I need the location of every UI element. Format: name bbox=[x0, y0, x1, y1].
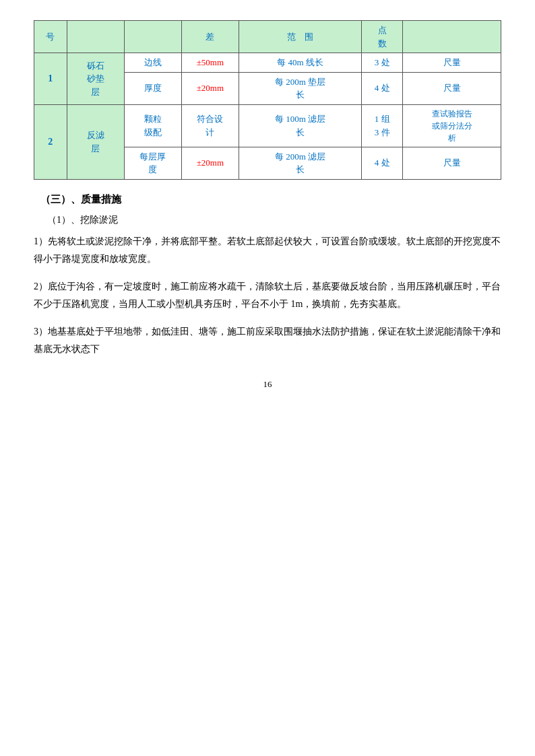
row2-item1-tolerance: 符合设计 bbox=[181, 104, 239, 147]
row2-item1-scope: 每 100m 滤层长 bbox=[239, 104, 361, 147]
row1-item2-scope: 每 200m 垫层长 bbox=[239, 72, 361, 104]
row2-index: 2 bbox=[34, 104, 67, 179]
row2-item2-scope: 每 200m 滤层长 bbox=[239, 147, 361, 179]
paragraph-1: 1）先将软土或淤泥挖除干净，并将底部平整。若软土底部起伏较大，可设置台阶或缓坡。… bbox=[34, 233, 501, 269]
paragraph-3: 3）地基基底处于平坦地带，如低洼田、塘等，施工前应采取围堰抽水法防护措施，保证在… bbox=[34, 323, 501, 359]
row2-item2-tolerance: ±20mm bbox=[181, 147, 239, 179]
row1-item1-count: 3 处 bbox=[362, 53, 403, 73]
row2-item1-name: 颗粒级配 bbox=[124, 104, 181, 147]
row2-item2-name: 每层厚度 bbox=[124, 147, 181, 179]
row1-item2-count: 4 处 bbox=[362, 72, 403, 104]
header-scope: 范 围 bbox=[239, 21, 361, 53]
row1-item2-name: 厚度 bbox=[124, 72, 181, 104]
row2-category: 反滤层 bbox=[67, 104, 124, 179]
row1-category: 砾石砂垫层 bbox=[67, 53, 124, 105]
header-num: 号 bbox=[34, 21, 67, 53]
row2-item1-count: 1 组3 件 bbox=[362, 104, 403, 147]
paragraph-2: 2）底位于沟谷，有一定坡度时，施工前应将水疏干，清除软土后，基底要做反坡台阶，当… bbox=[34, 278, 501, 314]
header-category bbox=[67, 21, 124, 53]
sub-heading-1: （1）、挖除淤泥 bbox=[47, 214, 501, 226]
row2-item1-method: 查试验报告或筛分法分析 bbox=[403, 104, 501, 147]
row1-item2-method: 尺量 bbox=[403, 72, 501, 104]
row2-item2-method: 尺量 bbox=[403, 147, 501, 179]
row1-item1-scope: 每 40m 线长 bbox=[239, 53, 361, 73]
row1-index: 1 bbox=[34, 53, 67, 105]
header-method bbox=[403, 21, 501, 53]
header-tolerance: 差 bbox=[181, 21, 239, 53]
row1-item1-tolerance: ±50mm bbox=[181, 53, 239, 73]
header-count: 点 数 bbox=[362, 21, 403, 53]
row1-item1-method: 尺量 bbox=[403, 53, 501, 73]
main-table-container: 号 差 范 围 点 数 1 砾石砂垫层 边线 ±50mm 每 40m 线长 3 bbox=[34, 20, 501, 180]
quality-table: 号 差 范 围 点 数 1 砾石砂垫层 边线 ±50mm 每 40m 线长 3 bbox=[34, 20, 501, 180]
page-number: 16 bbox=[34, 379, 501, 390]
header-item bbox=[124, 21, 181, 53]
row1-item1-name: 边线 bbox=[124, 53, 181, 73]
row1-item2-tolerance: ±20mm bbox=[181, 72, 239, 104]
section-heading-1: （三）、质量措施 bbox=[40, 193, 501, 206]
row2-item2-count: 4 处 bbox=[362, 147, 403, 179]
